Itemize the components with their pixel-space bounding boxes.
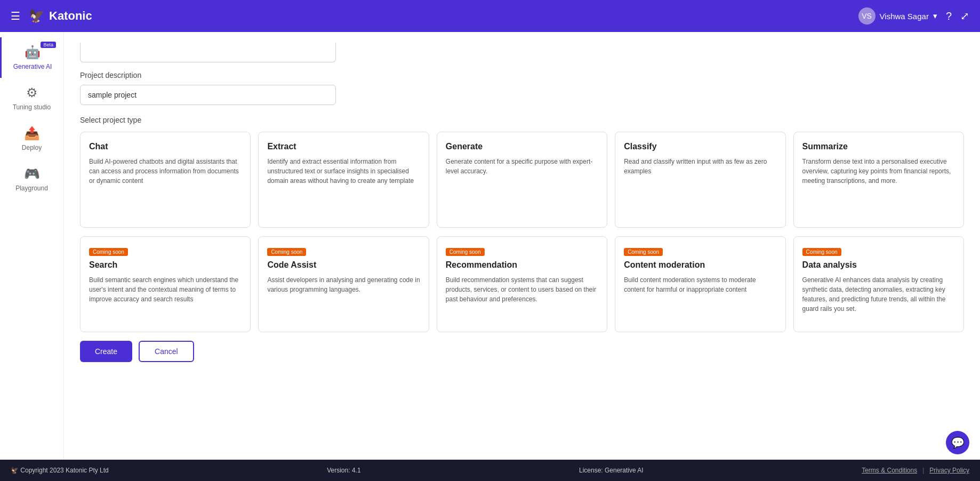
sidebar-item-label: Playground bbox=[15, 185, 48, 192]
sidebar: Beta 🤖 Generative AI ⚙ Tuning studio 📤 D… bbox=[0, 32, 64, 460]
cards-row-1: ChatBuild AI-powered chatbots and digita… bbox=[80, 132, 964, 228]
beta-badge: Beta bbox=[41, 42, 56, 48]
sidebar-item-playground[interactable]: 🎮 Playground bbox=[0, 159, 63, 199]
playground-icon: 🎮 bbox=[24, 166, 40, 181]
coming-soon-badge: Coming soon bbox=[267, 248, 306, 256]
card-chat[interactable]: ChatBuild AI-powered chatbots and digita… bbox=[80, 132, 251, 228]
coming-soon-badge: Coming soon bbox=[802, 248, 841, 256]
footer: 🦅 Copyright 2023 Katonic Pty Ltd Version… bbox=[0, 460, 980, 481]
card-desc-code-assist: Assist developers in analysing and gener… bbox=[267, 275, 420, 294]
sidebar-item-label: Tuning studio bbox=[13, 103, 51, 111]
user-name: Vishwa Sagar bbox=[880, 12, 929, 21]
card-desc-generate: Generate content for a specific purpose … bbox=[446, 157, 598, 176]
project-name-row bbox=[80, 43, 964, 62]
card-title-search: Search bbox=[89, 260, 242, 270]
card-title-generate: Generate bbox=[446, 142, 598, 151]
logo-text: Katonic bbox=[49, 9, 92, 23]
card-desc-search: Build semantic search engines which unde… bbox=[89, 275, 242, 304]
sidebar-item-label: Deploy bbox=[22, 144, 42, 151]
create-button[interactable]: Create bbox=[80, 341, 132, 362]
logo-icon: 🦅 bbox=[29, 9, 45, 23]
generative-ai-icon: 🤖 bbox=[25, 45, 41, 60]
sidebar-item-deploy[interactable]: 📤 Deploy bbox=[0, 118, 63, 159]
footer-logo-icon: 🦅 bbox=[11, 467, 20, 474]
sidebar-item-tuning-studio[interactable]: ⚙ Tuning studio bbox=[0, 78, 63, 118]
card-recommendation[interactable]: Coming soonRecommendationBuild recommend… bbox=[437, 236, 607, 332]
menu-icon[interactable]: ☰ bbox=[11, 10, 20, 22]
cancel-button[interactable]: Cancel bbox=[139, 341, 194, 362]
card-title-data-analysis: Data analysis bbox=[802, 260, 955, 270]
card-desc-data-analysis: Generative AI enhances data analysis by … bbox=[802, 275, 955, 314]
select-type-label: Select project type bbox=[80, 116, 964, 124]
sidebar-item-generative-ai[interactable]: Beta 🤖 Generative AI bbox=[0, 37, 63, 78]
expand-icon[interactable]: ⤢ bbox=[960, 10, 969, 22]
card-desc-content-moderation: Build content moderation systems to mode… bbox=[624, 275, 776, 294]
coming-soon-badge: Coming soon bbox=[624, 248, 663, 256]
coming-soon-badge: Coming soon bbox=[446, 248, 485, 256]
card-desc-chat: Build AI-powered chatbots and digital as… bbox=[89, 157, 242, 186]
card-desc-summarize: Transform dense text into a personalised… bbox=[802, 157, 955, 186]
card-data-analysis[interactable]: Coming soonData analysisGenerative AI en… bbox=[793, 236, 964, 332]
card-classify[interactable]: ClassifyRead and classify written input … bbox=[615, 132, 785, 228]
card-title-extract: Extract bbox=[267, 142, 420, 151]
topbar-right: VS Vishwa Sagar ▾ ? ⤢ bbox=[858, 7, 969, 25]
cards-row-2: Coming soonSearchBuild semantic search e… bbox=[80, 236, 964, 332]
help-button[interactable]: ? bbox=[946, 10, 952, 22]
sidebar-item-label: Generative AI bbox=[13, 63, 52, 70]
card-extract[interactable]: ExtractIdentify and extract essential in… bbox=[258, 132, 429, 228]
card-title-summarize: Summarize bbox=[802, 142, 955, 151]
terms-link[interactable]: Terms & Conditions bbox=[862, 467, 917, 474]
project-desc-input[interactable] bbox=[80, 85, 336, 105]
topbar-left: ☰ 🦅 Katonic bbox=[11, 9, 92, 23]
deploy-icon: 📤 bbox=[24, 126, 40, 141]
project-desc-label: Project description bbox=[80, 71, 964, 79]
card-title-code-assist: Code Assist bbox=[267, 260, 420, 270]
card-summarize[interactable]: SummarizeTransform dense text into a per… bbox=[793, 132, 964, 228]
footer-version: Version: 4.1 bbox=[327, 467, 360, 474]
footer-license: License: Generative AI bbox=[579, 467, 644, 474]
logo: 🦅 Katonic bbox=[29, 9, 92, 23]
card-title-recommendation: Recommendation bbox=[446, 260, 598, 270]
project-name-input[interactable] bbox=[80, 43, 336, 62]
card-generate[interactable]: GenerateGenerate content for a specific … bbox=[437, 132, 607, 228]
avatar: VS bbox=[858, 7, 875, 25]
main-content: Project description Select project type … bbox=[64, 32, 980, 460]
card-content-moderation[interactable]: Coming soonContent moderationBuild conte… bbox=[615, 236, 785, 332]
privacy-link[interactable]: Privacy Policy bbox=[929, 467, 969, 474]
card-code-assist[interactable]: Coming soonCode AssistAssist developers … bbox=[258, 236, 429, 332]
form-actions: Create Cancel bbox=[80, 341, 964, 362]
footer-separator: | bbox=[922, 467, 924, 474]
coming-soon-badge: Coming soon bbox=[89, 248, 128, 256]
tuning-studio-icon: ⚙ bbox=[26, 85, 38, 100]
card-title-content-moderation: Content moderation bbox=[624, 260, 776, 270]
chat-widget[interactable]: 💬 bbox=[946, 431, 969, 454]
card-search[interactable]: Coming soonSearchBuild semantic search e… bbox=[80, 236, 251, 332]
user-menu[interactable]: VS Vishwa Sagar ▾ bbox=[858, 7, 937, 25]
card-title-classify: Classify bbox=[624, 142, 776, 151]
footer-links: Terms & Conditions | Privacy Policy bbox=[862, 467, 969, 474]
card-desc-extract: Identify and extract essential informati… bbox=[267, 157, 420, 186]
chevron-down-icon: ▾ bbox=[933, 11, 937, 21]
card-desc-recommendation: Build recommendation systems that can su… bbox=[446, 275, 598, 304]
card-title-chat: Chat bbox=[89, 142, 242, 151]
footer-copyright: 🦅 Copyright 2023 Katonic Pty Ltd bbox=[11, 467, 109, 474]
card-desc-classify: Read and classify written input with as … bbox=[624, 157, 776, 176]
topbar: ☰ 🦅 Katonic VS Vishwa Sagar ▾ ? ⤢ bbox=[0, 0, 980, 32]
